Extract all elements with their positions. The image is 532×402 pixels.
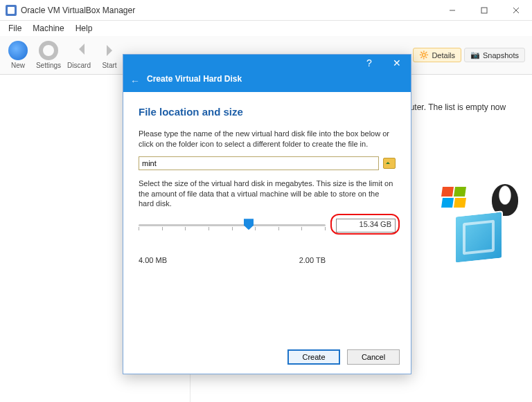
slider-ticks xyxy=(139,227,326,230)
windows-logo-icon xyxy=(442,187,468,209)
close-button[interactable] xyxy=(500,0,532,21)
cancel-button[interactable]: Cancel xyxy=(347,349,400,365)
discard-label: Discard xyxy=(64,62,94,69)
settings-label: Settings xyxy=(33,62,64,69)
maximize-button[interactable] xyxy=(468,0,500,21)
new-button[interactable]: New xyxy=(3,41,33,69)
slider-range-labels: 4.00 MB 2.00 TB xyxy=(139,256,326,264)
menu-help[interactable]: Help xyxy=(70,22,98,35)
slider-track xyxy=(139,224,326,226)
menu-file[interactable]: File xyxy=(3,22,27,35)
create-button[interactable]: Create xyxy=(287,349,340,365)
start-label: Start xyxy=(94,62,125,69)
file-row xyxy=(139,156,396,170)
new-label: New xyxy=(3,62,33,69)
discard-button[interactable]: Discard xyxy=(64,41,94,69)
settings-button[interactable]: Settings xyxy=(33,41,64,69)
right-tabs: 🔆Details 📷Snapshots xyxy=(413,48,529,62)
minimize-button[interactable] xyxy=(436,0,468,21)
camera-icon: 📷 xyxy=(470,51,480,60)
virtualbox-cube-icon xyxy=(454,210,503,264)
window-controls xyxy=(436,0,532,21)
gear-icon xyxy=(39,41,58,60)
window-title: Oracle VM VirtualBox Manager xyxy=(21,6,135,15)
play-icon xyxy=(100,41,119,60)
dialog-footer: Create Cancel xyxy=(123,340,411,374)
dialog-body: File location and size Please type the n… xyxy=(123,92,411,264)
app-icon xyxy=(6,5,17,16)
size-slider[interactable]: 15.34 GB xyxy=(139,217,396,235)
menubar: File Machine Help xyxy=(0,21,532,36)
start-button[interactable]: Start xyxy=(94,41,125,69)
welcome-text: puter. The list is empty now xyxy=(405,102,506,112)
details-icon: 🔆 xyxy=(419,51,429,60)
slider-max-label: 2.00 TB xyxy=(299,256,326,264)
welcome-graphic xyxy=(442,180,525,277)
paragraph-size: Select the size of the virtual hard disk… xyxy=(139,179,396,210)
slider-min-label: 4.00 MB xyxy=(139,256,167,264)
tab-snapshots[interactable]: 📷Snapshots xyxy=(464,48,525,62)
paragraph-location: Please type the name of the new virtual … xyxy=(139,129,396,149)
filename-input[interactable] xyxy=(139,156,379,170)
dialog-close-button[interactable]: ✕ xyxy=(383,55,411,71)
folder-browse-icon[interactable] xyxy=(383,158,396,169)
tab-details[interactable]: 🔆Details xyxy=(413,48,461,62)
dialog-help-button[interactable]: ? xyxy=(355,55,383,71)
svg-rect-0 xyxy=(481,8,487,13)
dialog-header: ? ✕ ← Create Virtual Hard Disk xyxy=(123,55,411,92)
back-icon[interactable]: ← xyxy=(130,75,140,86)
snapshots-label: Snapshots xyxy=(483,51,519,60)
section-heading: File location and size xyxy=(139,106,396,118)
titlebar: Oracle VM VirtualBox Manager xyxy=(0,0,532,21)
sun-icon xyxy=(8,41,28,60)
create-disk-dialog: ? ✕ ← Create Virtual Hard Disk File loca… xyxy=(123,54,411,374)
menu-machine[interactable]: Machine xyxy=(27,22,69,35)
details-label: Details xyxy=(432,51,455,60)
dialog-title: Create Virtual Hard Disk xyxy=(147,74,242,84)
highlight-annotation xyxy=(330,214,400,235)
discard-icon xyxy=(69,41,89,60)
